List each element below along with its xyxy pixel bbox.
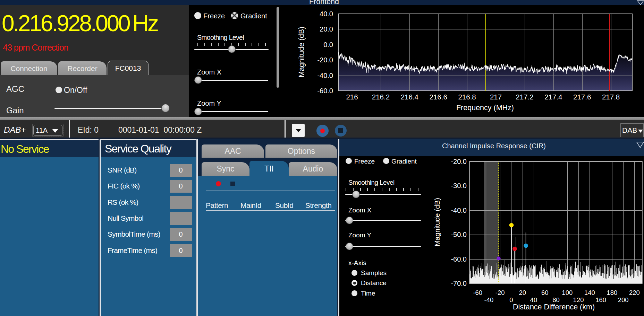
svg-text:-50.0: -50.0 (451, 231, 467, 238)
svg-text:-60.0: -60.0 (451, 255, 467, 263)
svg-text:80: 80 (552, 296, 560, 304)
svg-text:-20: -20 (495, 289, 505, 296)
svg-text:0: 0 (509, 296, 513, 304)
svg-text:217: 217 (490, 93, 502, 101)
svg-text:40: 40 (530, 296, 537, 304)
svg-text:220: 220 (629, 289, 640, 296)
svg-text:60: 60 (541, 289, 549, 296)
svg-text:-40: -40 (484, 296, 494, 304)
svg-text:-70.0: -70.0 (451, 280, 467, 287)
svg-text:Magnitude (dB): Magnitude (dB) (433, 198, 441, 246)
svg-text:217.2: 217.2 (516, 93, 533, 101)
svg-text:-20.0: -20.0 (317, 56, 333, 64)
svg-text:160: 160 (595, 296, 606, 304)
svg-text:Frequency (MHz): Frequency (MHz) (456, 104, 514, 112)
svg-text:0.0: 0.0 (323, 41, 333, 49)
svg-text:216.2: 216.2 (372, 93, 390, 101)
svg-text:-30.0: -30.0 (451, 182, 467, 190)
svg-text:-40.0: -40.0 (451, 207, 467, 214)
svg-text:120: 120 (573, 296, 584, 304)
svg-text:-20.0: -20.0 (451, 158, 467, 165)
svg-text:-40.0: -40.0 (317, 72, 333, 79)
svg-text:216.4: 216.4 (401, 93, 418, 101)
svg-text:216.8: 216.8 (458, 93, 476, 101)
svg-text:Magnitude (dB): Magnitude (dB) (297, 27, 306, 78)
svg-text:217.4: 217.4 (544, 93, 562, 101)
svg-text:100: 100 (562, 289, 573, 296)
svg-text:40.0: 40.0 (320, 10, 333, 18)
svg-text:216: 216 (346, 93, 358, 101)
svg-text:140: 140 (584, 289, 595, 296)
svg-text:20.0: 20.0 (320, 25, 333, 33)
svg-text:-60.0: -60.0 (317, 87, 333, 95)
svg-text:217.8: 217.8 (602, 93, 620, 101)
svg-text:217.6: 217.6 (573, 93, 591, 101)
svg-text:180: 180 (607, 289, 617, 296)
svg-text:216.6: 216.6 (430, 93, 447, 101)
svg-text:200: 200 (618, 296, 629, 304)
svg-text:Distance Difference (km): Distance Difference (km) (513, 303, 595, 311)
svg-text:20: 20 (519, 289, 526, 296)
svg-text:-60: -60 (473, 289, 482, 296)
